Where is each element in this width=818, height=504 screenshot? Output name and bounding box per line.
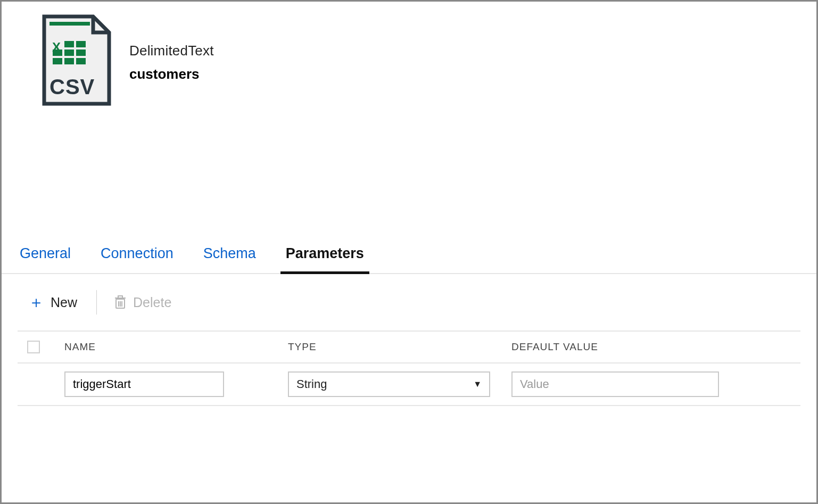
svg-rect-7 — [76, 49, 86, 56]
svg-rect-9 — [64, 58, 74, 64]
svg-rect-3 — [64, 41, 74, 47]
tab-connection[interactable]: Connection — [98, 244, 176, 273]
tab-parameters[interactable]: Parameters — [284, 244, 366, 273]
new-button-label: New — [51, 295, 77, 310]
svg-rect-5 — [53, 49, 62, 56]
delete-button-label: Delete — [133, 295, 171, 310]
parameters-toolbar: ＋ New Delete — [2, 274, 816, 331]
svg-rect-8 — [53, 58, 62, 64]
svg-rect-13 — [118, 296, 122, 298]
svg-rect-6 — [64, 49, 74, 56]
csv-badge-text: CSV — [49, 75, 95, 98]
param-type-value: String — [296, 377, 327, 391]
parameters-table: NAME TYPE DEFAULT VALUE String ▼ — [18, 331, 800, 406]
select-all-checkbox[interactable] — [27, 341, 40, 353]
toolbar-divider — [96, 290, 97, 315]
dataset-editor-frame: X CSV DelimitedText customers General Co… — [0, 0, 818, 504]
dataset-header: X CSV DelimitedText customers — [2, 2, 816, 106]
dataset-name: customers — [129, 62, 214, 86]
dataset-title-block: DelimitedText customers — [129, 14, 214, 86]
trash-icon — [114, 295, 127, 310]
new-button[interactable]: ＋ New — [28, 294, 77, 310]
svg-rect-1 — [49, 22, 90, 26]
param-name-input[interactable] — [64, 371, 224, 397]
dataset-type-label: DelimitedText — [129, 39, 214, 62]
column-header-type: TYPE — [288, 341, 511, 353]
param-default-input[interactable] — [511, 371, 719, 397]
table-header: NAME TYPE DEFAULT VALUE — [18, 331, 800, 363]
tab-schema[interactable]: Schema — [201, 244, 258, 273]
csv-file-icon: X CSV — [42, 14, 111, 106]
plus-icon: ＋ — [28, 294, 44, 310]
tab-general[interactable]: General — [18, 244, 73, 273]
param-type-select[interactable]: String ▼ — [288, 371, 490, 397]
column-header-name: NAME — [64, 341, 288, 353]
svg-rect-10 — [76, 58, 86, 64]
column-header-default: DEFAULT VALUE — [511, 341, 735, 353]
svg-rect-4 — [76, 41, 86, 47]
table-row: String ▼ — [18, 363, 800, 406]
delete-button: Delete — [114, 295, 171, 310]
tab-bar: General Connection Schema Parameters — [2, 244, 816, 274]
chevron-down-icon: ▼ — [473, 379, 482, 389]
